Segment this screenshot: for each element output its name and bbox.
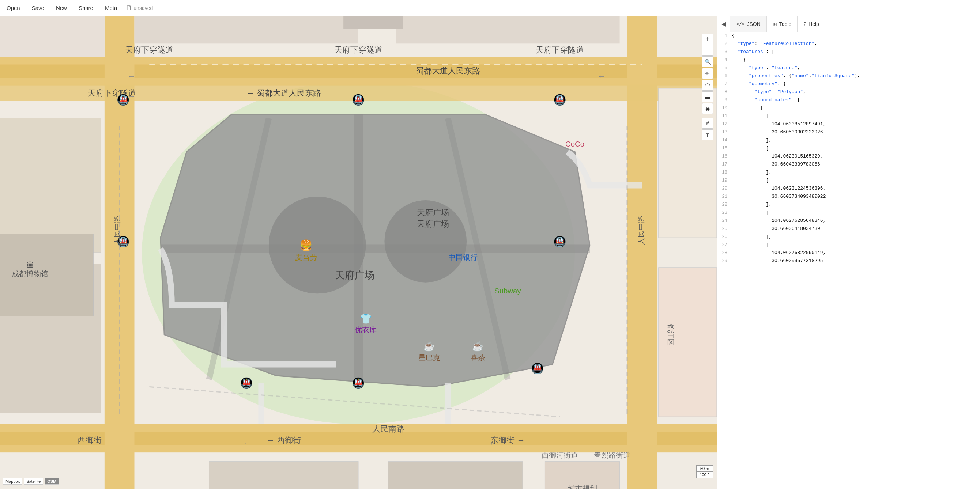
json-line: 18 ], (717, 169, 980, 177)
svg-rect-0 (127, 5, 130, 10)
help-tab-icon: ? (803, 21, 806, 27)
svg-text:天府下穿隧道: 天府下穿隧道 (536, 45, 584, 54)
svg-rect-14 (344, 16, 403, 29)
svg-text:Subway: Subway (495, 287, 521, 295)
map-tools: 🔍 ✏ ⬠ ▬ ◉ ✐ 🗑 (702, 56, 713, 140)
svg-text:东御街 →: 东御街 → (490, 436, 525, 445)
map-container[interactable]: 毛主席像 ▲ 🏛 成都博物馆 城市之心 (0, 16, 717, 489)
json-line: 1{ (717, 32, 980, 40)
svg-text:天府广场: 天府广场 (335, 270, 374, 281)
svg-text:☕: ☕ (423, 341, 435, 352)
svg-text:🚇: 🚇 (352, 94, 365, 106)
delete-button[interactable]: 🗑 (702, 129, 713, 140)
svg-text:西御河街道: 西御河街道 (542, 451, 578, 459)
json-line: 25 30.66036418034739 (717, 225, 980, 233)
svg-rect-13 (396, 16, 620, 43)
svg-text:→: → (127, 91, 136, 101)
svg-text:🚇: 🚇 (352, 377, 365, 390)
scale-50m: 50 m (697, 465, 713, 472)
table-tab-icon: ⊞ (773, 21, 777, 27)
svg-text:天府广场: 天府广场 (417, 219, 449, 229)
svg-text:喜茶: 喜茶 (471, 353, 485, 362)
svg-text:天府下穿隧道: 天府下穿隧道 (334, 45, 382, 54)
meta-button[interactable]: Meta (103, 3, 119, 13)
tab-json[interactable]: </> JSON (730, 16, 767, 32)
basemap-osm-button[interactable]: OSM (45, 478, 59, 484)
svg-text:城市规划: 城市规划 (568, 484, 597, 489)
zoom-out-button[interactable]: − (702, 44, 713, 56)
json-tab-icon: </> (736, 21, 745, 27)
draw-rect-button[interactable]: ▬ (702, 91, 713, 102)
svg-text:← 西御街: ← 西御街 (266, 436, 301, 445)
open-button[interactable]: Open (5, 3, 22, 13)
panel-header: ◀ </> JSON ⊞ Table ? Help (717, 16, 980, 32)
json-line: 24 104.06276285648346, (717, 217, 980, 225)
scale-100ft: 100 ft (697, 472, 713, 478)
svg-text:🍔: 🍔 (299, 239, 313, 252)
svg-text:←: ← (597, 71, 606, 81)
svg-text:☕: ☕ (472, 341, 484, 352)
draw-marker-button[interactable]: ◉ (702, 103, 713, 114)
json-line: 27 [ (717, 241, 980, 249)
svg-text:人民南路: 人民南路 (372, 424, 404, 433)
json-line: 21 30.6603734093480022 (717, 193, 980, 201)
svg-rect-12 (135, 16, 359, 43)
scale-bar: 50 m 100 ft (696, 465, 713, 478)
svg-text:春熙路街道: 春熙路街道 (594, 451, 630, 459)
save-button[interactable]: Save (30, 3, 46, 13)
svg-text:天府广场: 天府广场 (417, 208, 449, 217)
json-line: 12 104.06338512897491, (717, 121, 980, 129)
tab-help[interactable]: ? Help (797, 16, 825, 32)
new-button[interactable]: New (54, 3, 69, 13)
table-tab-label: Table (779, 21, 791, 27)
basemap-mapbox-button[interactable]: Mapbox (3, 478, 22, 484)
svg-text:🏛: 🏛 (26, 261, 33, 269)
unsaved-label: unsaved (134, 5, 153, 11)
svg-text:成都博物馆: 成都博物馆 (12, 270, 48, 278)
svg-text:西御街: 西御街 (78, 436, 102, 445)
svg-text:CoCo: CoCo (565, 140, 584, 148)
zoom-controls: + − (702, 33, 713, 56)
svg-text:→: → (239, 438, 248, 448)
tab-table[interactable]: ⊞ Table (767, 16, 797, 32)
svg-text:锦江区: 锦江区 (667, 324, 675, 346)
map-svg: 毛主席像 ▲ 🏛 成都博物馆 城市之心 (0, 16, 717, 489)
collapse-panel-button[interactable]: ◀ (717, 16, 730, 32)
svg-text:优衣库: 优衣库 (355, 325, 377, 334)
edit-button[interactable]: ✐ (702, 117, 713, 129)
unsaved-indicator: unsaved (127, 5, 153, 11)
svg-text:🚇: 🚇 (553, 235, 566, 248)
basemap-toggle: Mapbox Satellite OSM (3, 478, 59, 484)
svg-text:🚇: 🚇 (240, 377, 253, 390)
right-panel: ◀ </> JSON ⊞ Table ? Help 1{2 "type": "F… (717, 16, 980, 489)
json-line: 11 [ (717, 113, 980, 121)
json-line: 17 30.66043339783066 (717, 161, 980, 169)
json-line: 28 104.06276822090149, (717, 249, 980, 257)
basemap-satellite-button[interactable]: Satellite (24, 478, 43, 484)
svg-text:→: → (485, 438, 495, 448)
json-line: 9 "coordinates": [ (717, 97, 980, 105)
json-line: 26 ], (717, 233, 980, 241)
toolbar: Open Save New Share Meta unsaved (0, 0, 980, 16)
svg-text:星巴克: 星巴克 (418, 353, 440, 362)
zoom-in-button[interactable]: + (702, 33, 713, 44)
svg-text:🚇: 🚇 (553, 94, 566, 106)
svg-text:← 蜀都大道人民东路: ← 蜀都大道人民东路 (246, 89, 321, 98)
share-button[interactable]: Share (76, 3, 95, 13)
svg-rect-17 (0, 118, 101, 253)
json-line: 4 { (717, 56, 980, 64)
json-line: 3 "features": [ (717, 48, 980, 56)
json-line: 6 "properties": {"name":"Tianfu Square"}… (717, 72, 980, 80)
svg-rect-25 (388, 462, 523, 489)
json-line: 23 [ (717, 209, 980, 217)
draw-line-button[interactable]: ✏ (702, 68, 713, 79)
search-tool-button[interactable]: 🔍 (702, 56, 713, 67)
help-tab-label: Help (808, 21, 819, 27)
svg-text:麦当劳: 麦当劳 (295, 253, 317, 261)
json-editor[interactable]: 1{2 "type": "FeatureCollection",3 "featu… (717, 32, 980, 489)
draw-polygon-button[interactable]: ⬠ (702, 80, 713, 90)
json-line: 29 30.660299577318295 (717, 257, 980, 265)
json-line: 7 "geometry": { (717, 80, 980, 89)
svg-rect-24 (209, 462, 358, 489)
json-line: 13 30.660530302223926 (717, 129, 980, 137)
